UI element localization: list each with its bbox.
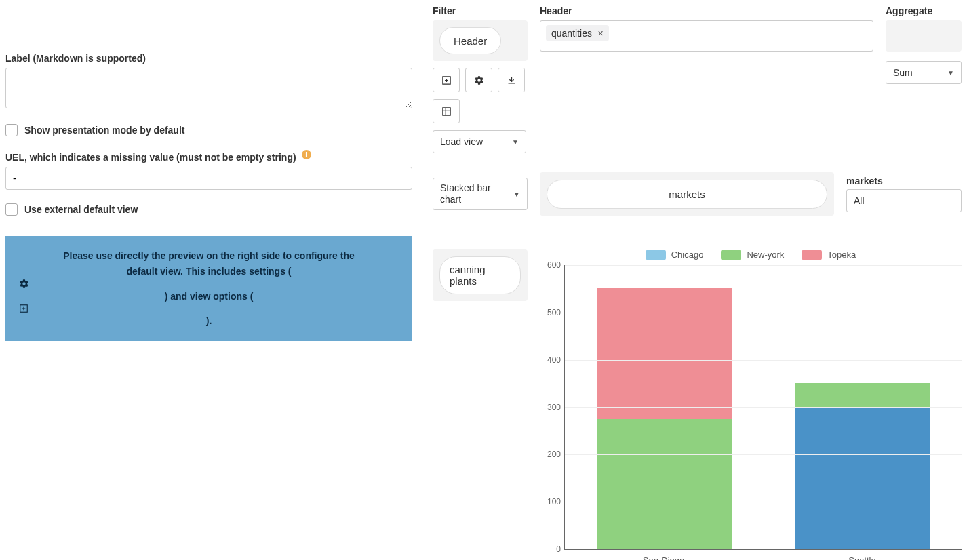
header-tag-input[interactable]: quantities ✕ [540, 20, 873, 52]
chart-type-value: Stacked bar chart [440, 182, 507, 205]
external-default-view-label: Use external default view [24, 204, 138, 215]
y-tick-label: 200 [540, 449, 561, 459]
grid-line [565, 502, 962, 502]
y-tick-label: 500 [540, 308, 561, 317]
aggregate-drop-zone[interactable] [886, 20, 962, 52]
column-pill-markets[interactable]: markets [547, 180, 827, 209]
x-tick-label: Seattle [763, 550, 962, 560]
aggregate-select[interactable]: Sum ▼ [886, 61, 962, 84]
caret-down-icon: ▼ [513, 191, 520, 198]
table-icon [441, 106, 452, 117]
column-drop-zone[interactable]: markets [540, 172, 834, 216]
label-heading: Label (Markdown is supported) [5, 53, 412, 64]
table-view-button[interactable] [433, 99, 460, 123]
uel-input[interactable] [5, 167, 412, 190]
expand-button[interactable] [433, 68, 460, 92]
filter-section-title: Filter [433, 5, 528, 16]
y-tick-label: 100 [540, 497, 561, 506]
markets-filter-title: markets [846, 176, 962, 186]
stacked-bar[interactable] [795, 383, 930, 549]
label-textarea[interactable] [5, 68, 412, 108]
markets-filter-select[interactable]: All [846, 189, 962, 212]
filter-pill-header[interactable]: Header [439, 27, 501, 54]
bar-segment-new-york[interactable] [597, 419, 732, 550]
settings-button[interactable] [465, 68, 492, 92]
chart: ChicagoNew-yorkTopeka 010020030040050060… [540, 249, 962, 560]
download-button[interactable] [498, 68, 525, 92]
bar-segment-chicago[interactable] [795, 407, 930, 549]
grid-line [565, 360, 962, 361]
aggregate-select-value: Sum [893, 67, 913, 78]
presentation-mode-checkbox[interactable] [5, 124, 18, 136]
y-tick-label: 0 [540, 544, 561, 554]
legend-label: Chicago [671, 249, 704, 260]
expand-icon [441, 75, 452, 85]
grid-line [565, 454, 962, 455]
remove-tag-icon[interactable]: ✕ [597, 29, 604, 38]
config-callout: Please use directly the preview on the r… [5, 236, 412, 341]
legend-swatch [646, 250, 666, 260]
grid-line [565, 407, 962, 408]
stacked-bar[interactable] [597, 288, 732, 549]
grid-line [565, 265, 962, 266]
legend-label: New-york [747, 249, 784, 260]
gear-icon [474, 75, 484, 85]
load-view-label: Load view [440, 136, 483, 147]
y-tick-label: 600 [540, 260, 561, 270]
caret-down-icon: ▼ [512, 138, 519, 146]
presentation-mode-label: Show presentation mode by default [24, 125, 184, 136]
external-default-view-checkbox[interactable] [5, 203, 18, 216]
gear-icon [19, 279, 29, 289]
header-section-title: Header [540, 5, 873, 16]
legend-swatch [802, 250, 822, 260]
markets-filter-value: All [854, 195, 865, 206]
info-icon: i [302, 150, 311, 159]
chart-type-select[interactable]: Stacked bar chart ▼ [433, 178, 528, 210]
x-tick-label: San-Diego [564, 550, 763, 560]
y-tick-label: 300 [540, 403, 561, 412]
row-pill-canning-plants[interactable]: canning plants [439, 256, 521, 294]
uel-label: UEL, which indicates a missing value (mu… [5, 152, 296, 163]
bar-segment-new-york[interactable] [795, 383, 930, 407]
expand-icon [19, 304, 28, 313]
download-icon [507, 75, 517, 85]
filter-drop-zone[interactable]: Header [433, 20, 528, 61]
load-view-select[interactable]: Load view ▼ [433, 130, 526, 153]
caret-down-icon: ▼ [947, 69, 954, 77]
legend-label: Topeka [827, 249, 856, 260]
row-drop-zone[interactable]: canning plants [433, 249, 528, 301]
legend-item[interactable]: Chicago [646, 249, 704, 260]
header-tag-quantities[interactable]: quantities ✕ [546, 25, 609, 41]
legend-item[interactable]: Topeka [802, 249, 856, 260]
aggregate-section-title: Aggregate [886, 5, 962, 16]
y-tick-label: 400 [540, 355, 561, 365]
legend-item[interactable]: New-york [721, 249, 784, 260]
bar-segment-topeka[interactable] [597, 288, 732, 419]
header-tag-label: quantities [551, 28, 592, 39]
svg-rect-2 [442, 107, 450, 115]
legend-swatch [721, 250, 741, 260]
grid-line [565, 313, 962, 313]
